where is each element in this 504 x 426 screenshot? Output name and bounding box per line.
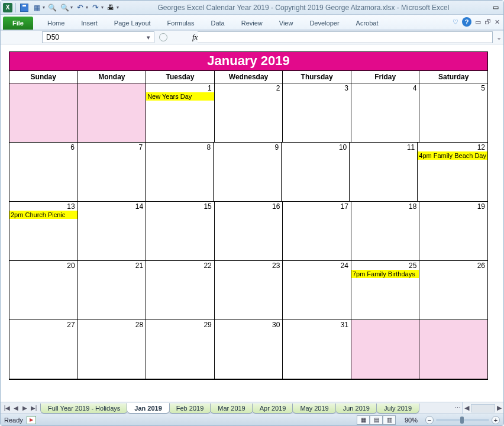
- file-tab[interactable]: File: [3, 17, 33, 30]
- calendar-cell[interactable]: 9: [214, 143, 282, 202]
- qat-customize-icon[interactable]: ▾: [117, 5, 119, 10]
- calendar-cell[interactable]: 18: [351, 202, 420, 261]
- calendar-cell[interactable]: 30: [215, 320, 283, 379]
- calendar-event[interactable]: 4pm Family Beach Day: [418, 151, 487, 160]
- sheet-tab[interactable]: Mar 2019: [210, 404, 253, 414]
- undo-dropdown-icon[interactable]: ▾: [86, 5, 88, 10]
- ribbon-tab-pagelayout[interactable]: Page Layout: [106, 17, 159, 30]
- calendar-cell[interactable]: 26: [419, 261, 487, 320]
- save-button[interactable]: [19, 2, 30, 13]
- ribbon-tab-data[interactable]: Data: [202, 17, 232, 30]
- page-break-view-button[interactable]: ▥: [383, 415, 396, 425]
- qat-find2-dropdown-icon[interactable]: ▾: [70, 5, 73, 10]
- calendar-cell[interactable]: 7: [77, 143, 146, 202]
- calendar-cell[interactable]: 19: [419, 202, 487, 261]
- horizontal-scrollbar[interactable]: ◀ ▶: [462, 402, 503, 414]
- zoom-in-button[interactable]: +: [492, 416, 500, 424]
- calendar-cell[interactable]: [9, 83, 78, 143]
- calendar-cell[interactable]: 16: [215, 202, 283, 261]
- sheet-nav-first-button[interactable]: |◀: [3, 405, 11, 411]
- calendar-cell[interactable]: 15: [146, 202, 215, 261]
- sheet-tab[interactable]: Apr 2019: [252, 404, 294, 414]
- calendar-cell[interactable]: 4: [351, 83, 420, 143]
- calendar-cell[interactable]: 27: [9, 320, 78, 379]
- ribbon-tab-view[interactable]: View: [271, 17, 302, 30]
- zoom-out-button[interactable]: −: [425, 416, 434, 424]
- calendar-cell[interactable]: 31: [283, 320, 351, 379]
- zoom-slider[interactable]: [436, 419, 489, 421]
- calendar-cell[interactable]: 24: [283, 261, 351, 320]
- ribbon-restore-button[interactable]: 🗗: [484, 18, 491, 25]
- name-box-dropdown-icon[interactable]: ▾: [147, 34, 150, 41]
- sheet-tabs-overflow-button[interactable]: ⋯: [453, 402, 462, 414]
- hscroll-left-icon[interactable]: ◀: [463, 404, 471, 412]
- calendar-cell[interactable]: [351, 320, 420, 379]
- ribbon-like-icon[interactable]: ♡: [453, 18, 458, 26]
- zoom-percent[interactable]: 90%: [399, 417, 423, 424]
- calendar-cell[interactable]: 5: [419, 83, 487, 143]
- macro-record-button[interactable]: [27, 416, 36, 424]
- hscroll-track[interactable]: [471, 404, 495, 412]
- calendar-cell[interactable]: 3: [283, 83, 351, 143]
- insert-function-button[interactable]: fx: [192, 33, 198, 42]
- normal-view-button[interactable]: ▦: [357, 415, 370, 425]
- calendar-cell[interactable]: 23: [215, 261, 283, 320]
- calendar-cell[interactable]: 132pm Church Picnic: [9, 202, 78, 261]
- page-layout-view-button[interactable]: ▤: [370, 415, 383, 425]
- ribbon-tab-review[interactable]: Review: [233, 17, 271, 30]
- cancel-formula-button[interactable]: [159, 33, 167, 41]
- calendar-cell[interactable]: [419, 320, 487, 379]
- ribbon-minimize-button[interactable]: ▭: [475, 18, 481, 26]
- qat-print-button[interactable]: 🖶: [105, 2, 116, 13]
- calendar-cell[interactable]: 11: [350, 143, 418, 202]
- help-button[interactable]: ?: [462, 17, 471, 27]
- qat-grid-dropdown-icon[interactable]: ▾: [43, 5, 45, 10]
- calendar-cell[interactable]: 10: [282, 143, 350, 202]
- sheet-nav-last-button[interactable]: ▶|: [30, 405, 38, 411]
- calendar-cell[interactable]: 14: [78, 202, 147, 261]
- ribbon-close-button[interactable]: ✕: [495, 18, 500, 26]
- sheet-tab[interactable]: July 2019: [376, 404, 419, 414]
- calendar-cell[interactable]: 124pm Family Beach Day: [418, 143, 487, 202]
- calendar-cell[interactable]: 20: [9, 261, 78, 320]
- sheet-nav-prev-button[interactable]: ◀: [12, 405, 20, 411]
- calendar-cell[interactable]: 6: [9, 143, 77, 202]
- sheet-nav-next-button[interactable]: ▶: [21, 405, 29, 411]
- qat-find2-button[interactable]: 🔍: [59, 2, 70, 13]
- calendar-cell[interactable]: 28: [78, 320, 147, 379]
- calendar-cell[interactable]: 257pm Family Birthdays: [351, 261, 420, 320]
- ribbon-tab-home[interactable]: Home: [39, 17, 73, 30]
- ribbon-tab-insert[interactable]: Insert: [73, 17, 106, 30]
- calendar-event[interactable]: 7pm Family Birthdays: [351, 270, 419, 278]
- calendar-cell[interactable]: [78, 83, 147, 143]
- calendar-cell[interactable]: 29: [146, 320, 215, 379]
- redo-button[interactable]: ↷: [90, 2, 101, 13]
- sheet-tab[interactable]: Jan 2019: [127, 403, 169, 414]
- redo-dropdown-icon[interactable]: ▾: [101, 5, 104, 10]
- ribbon-tab-developer[interactable]: Developer: [301, 17, 347, 30]
- calendar-cell[interactable]: 1New Years Day: [146, 83, 215, 143]
- calendar-event[interactable]: New Years Day: [146, 92, 214, 101]
- expand-formula-bar-button[interactable]: ⌄: [494, 34, 503, 41]
- calendar-cell[interactable]: 17: [283, 202, 351, 261]
- sheet-tab[interactable]: Feb 2019: [169, 404, 211, 414]
- calendar-cell[interactable]: 21: [78, 261, 147, 320]
- name-box[interactable]: D50 ▾: [42, 31, 154, 43]
- hscroll-right-icon[interactable]: ▶: [495, 404, 503, 412]
- formula-buttons: fx: [159, 33, 198, 42]
- worksheet-area[interactable]: January 2019 Sunday Monday Tuesday Wedne…: [1, 44, 503, 402]
- ribbon-tab-acrobat[interactable]: Acrobat: [348, 17, 387, 30]
- qat-grid-button[interactable]: ▦: [31, 2, 42, 13]
- ribbon-tab-formulas[interactable]: Formulas: [159, 17, 203, 30]
- qat-find-button[interactable]: 🔍: [47, 2, 57, 13]
- minimize-button[interactable]: ▭: [490, 2, 501, 13]
- formula-input[interactable]: [198, 31, 493, 43]
- calendar-cell[interactable]: 2: [215, 83, 283, 143]
- sheet-tab[interactable]: Full Year 2019 - Holidays: [40, 404, 128, 414]
- calendar-event[interactable]: 2pm Church Picnic: [9, 211, 77, 219]
- undo-button[interactable]: ↶: [75, 2, 85, 13]
- sheet-tab[interactable]: May 2019: [292, 404, 336, 414]
- sheet-tab[interactable]: Jun 2019: [335, 404, 377, 414]
- calendar-cell[interactable]: 8: [146, 143, 214, 202]
- calendar-cell[interactable]: 22: [146, 261, 215, 320]
